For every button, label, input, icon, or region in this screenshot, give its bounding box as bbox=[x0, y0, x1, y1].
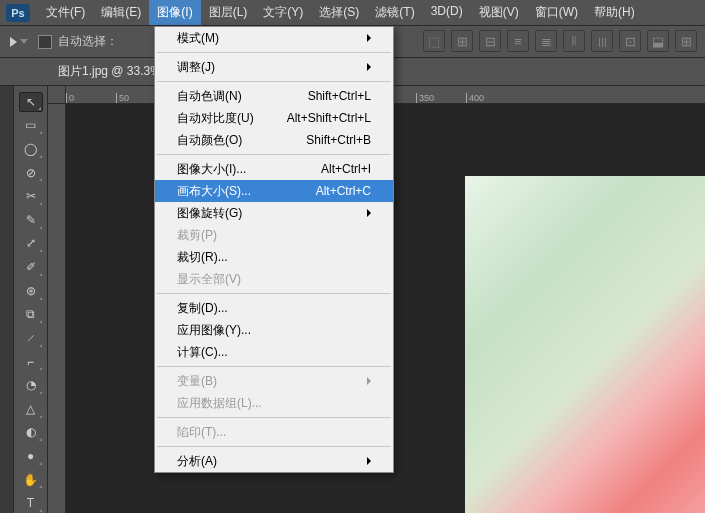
tool-button[interactable]: ↖ bbox=[19, 92, 43, 112]
tool-button[interactable]: ⊛ bbox=[19, 281, 43, 301]
menu-item[interactable]: 视图(V) bbox=[471, 0, 527, 25]
menu-row-label: 自动对比度(U) bbox=[177, 110, 254, 127]
menu-row-label: 模式(M) bbox=[177, 30, 219, 47]
menu-row[interactable]: 裁切(R)... bbox=[155, 246, 393, 268]
tool-button[interactable]: T bbox=[19, 493, 43, 513]
menu-row-label: 自动颜色(O) bbox=[177, 132, 242, 149]
align-icon[interactable]: ≡ bbox=[507, 30, 529, 52]
menu-row[interactable]: 图像大小(I)...Alt+Ctrl+I bbox=[155, 158, 393, 180]
align-icon[interactable]: ⫼ bbox=[591, 30, 613, 52]
menu-separator bbox=[157, 154, 391, 155]
menu-row[interactable]: 应用图像(Y)... bbox=[155, 319, 393, 341]
menu-row-shortcut: Alt+Ctrl+I bbox=[321, 162, 371, 176]
menu-item[interactable]: 3D(D) bbox=[423, 0, 471, 25]
menu-row: 陷印(T)... bbox=[155, 421, 393, 443]
panel-collapse-strip[interactable] bbox=[0, 86, 14, 513]
menu-item[interactable]: 图像(I) bbox=[149, 0, 200, 25]
align-icon[interactable]: ≣ bbox=[535, 30, 557, 52]
menu-row[interactable]: 模式(M) bbox=[155, 27, 393, 49]
menu-item[interactable]: 选择(S) bbox=[311, 0, 367, 25]
menu-row: 显示全部(V) bbox=[155, 268, 393, 290]
menu-separator bbox=[157, 81, 391, 82]
submenu-arrow-icon bbox=[367, 457, 371, 465]
menu-row[interactable]: 图像旋转(G) bbox=[155, 202, 393, 224]
menu-row-shortcut: Alt+Ctrl+C bbox=[316, 184, 371, 198]
ruler-vertical[interactable] bbox=[48, 104, 66, 513]
document-tab-title: 图片1.jpg @ 33.3% bbox=[58, 63, 161, 80]
menu-separator bbox=[157, 293, 391, 294]
tool-button[interactable]: △ bbox=[19, 399, 43, 419]
tool-button[interactable]: ⌐ bbox=[19, 352, 43, 372]
menu-row-label: 分析(A) bbox=[177, 453, 217, 470]
ruler-tick: 400 bbox=[466, 93, 516, 103]
menu-row: 裁剪(P) bbox=[155, 224, 393, 246]
ruler-tick: 350 bbox=[416, 93, 466, 103]
align-icon[interactable]: ⬓ bbox=[647, 30, 669, 52]
menu-item[interactable]: 编辑(E) bbox=[93, 0, 149, 25]
menu-row[interactable]: 复制(D)... bbox=[155, 297, 393, 319]
menu-row-label: 计算(C)... bbox=[177, 344, 228, 361]
dropdown-icon[interactable] bbox=[20, 39, 28, 44]
menu-bar: Ps 文件(F)编辑(E)图像(I)图层(L)文字(Y)选择(S)滤镜(T)3D… bbox=[0, 0, 705, 26]
menu-row: 应用数据组(L)... bbox=[155, 392, 393, 414]
menu-row-label: 裁切(R)... bbox=[177, 249, 228, 266]
image-menu-dropdown: 模式(M)调整(J)自动色调(N)Shift+Ctrl+L自动对比度(U)Alt… bbox=[154, 26, 394, 473]
tool-button[interactable]: ✋ bbox=[19, 470, 43, 490]
tool-button[interactable]: ✂ bbox=[19, 186, 43, 206]
align-icon[interactable]: ⫴ bbox=[563, 30, 585, 52]
menu-separator bbox=[157, 417, 391, 418]
menu-row[interactable]: 自动色调(N)Shift+Ctrl+L bbox=[155, 85, 393, 107]
menu-row-label: 裁剪(P) bbox=[177, 227, 217, 244]
document-image[interactable] bbox=[465, 176, 705, 513]
menu-row-shortcut: Shift+Ctrl+L bbox=[308, 89, 371, 103]
tool-button[interactable]: ⊘ bbox=[19, 163, 43, 183]
menu-row-label: 陷印(T)... bbox=[177, 424, 226, 441]
menu-row-label: 变量(B) bbox=[177, 373, 217, 390]
tool-button[interactable]: ⟋ bbox=[19, 328, 43, 348]
app-logo: Ps bbox=[6, 4, 30, 22]
menu-row[interactable]: 计算(C)... bbox=[155, 341, 393, 363]
menu-separator bbox=[157, 52, 391, 53]
tool-button[interactable]: ◯ bbox=[19, 139, 43, 159]
tool-button[interactable]: ▭ bbox=[19, 116, 43, 136]
menu-item[interactable]: 图层(L) bbox=[201, 0, 256, 25]
menu-item[interactable]: 文件(F) bbox=[38, 0, 93, 25]
menu-row[interactable]: 画布大小(S)...Alt+Ctrl+C bbox=[155, 180, 393, 202]
menu-row-label: 图像大小(I)... bbox=[177, 161, 246, 178]
move-tool-indicator bbox=[10, 37, 17, 47]
menu-row-label: 应用数据组(L)... bbox=[177, 395, 262, 412]
menu-item[interactable]: 窗口(W) bbox=[527, 0, 586, 25]
menu-separator bbox=[157, 446, 391, 447]
align-icon[interactable]: ⬚ bbox=[423, 30, 445, 52]
menu-row-shortcut: Shift+Ctrl+B bbox=[306, 133, 371, 147]
auto-select-label: 自动选择： bbox=[58, 33, 118, 50]
align-icon[interactable]: ⊡ bbox=[619, 30, 641, 52]
menu-row[interactable]: 分析(A) bbox=[155, 450, 393, 472]
tool-button[interactable]: ⧉ bbox=[19, 305, 43, 325]
menu-row[interactable]: 自动颜色(O)Shift+Ctrl+B bbox=[155, 129, 393, 151]
align-icon[interactable]: ⊞ bbox=[675, 30, 697, 52]
tool-button[interactable]: ✐ bbox=[19, 257, 43, 277]
menu-row-label: 调整(J) bbox=[177, 59, 215, 76]
menu-row[interactable]: 自动对比度(U)Alt+Shift+Ctrl+L bbox=[155, 107, 393, 129]
menu-item[interactable]: 滤镜(T) bbox=[367, 0, 422, 25]
align-icon[interactable]: ⊞ bbox=[451, 30, 473, 52]
menu-row[interactable]: 调整(J) bbox=[155, 56, 393, 78]
align-icon[interactable]: ⊟ bbox=[479, 30, 501, 52]
menu-row-label: 显示全部(V) bbox=[177, 271, 241, 288]
menu-item[interactable]: 帮助(H) bbox=[586, 0, 643, 25]
auto-select-checkbox[interactable] bbox=[38, 35, 52, 49]
menu-item[interactable]: 文字(Y) bbox=[255, 0, 311, 25]
tool-button[interactable]: ● bbox=[19, 446, 43, 466]
tool-button[interactable]: ⤢ bbox=[19, 234, 43, 254]
tool-button[interactable]: ✎ bbox=[19, 210, 43, 230]
menu-row-label: 画布大小(S)... bbox=[177, 183, 251, 200]
menu-row-label: 应用图像(Y)... bbox=[177, 322, 251, 339]
tool-button[interactable]: ◔ bbox=[19, 375, 43, 395]
ruler-corner bbox=[48, 86, 66, 104]
submenu-arrow-icon bbox=[367, 377, 371, 385]
document-tab[interactable]: 图片1.jpg @ 33.3% bbox=[48, 58, 171, 85]
tool-button[interactable]: ◐ bbox=[19, 423, 43, 443]
menu-row-shortcut: Alt+Shift+Ctrl+L bbox=[287, 111, 371, 125]
menu-row-label: 自动色调(N) bbox=[177, 88, 242, 105]
